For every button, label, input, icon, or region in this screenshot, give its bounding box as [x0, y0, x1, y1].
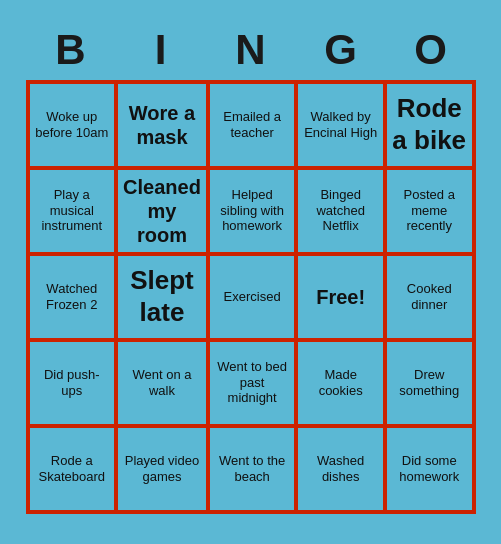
bingo-cell-19[interactable]: Drew something — [385, 340, 474, 426]
bingo-cell-23[interactable]: Washed dishes — [296, 426, 385, 512]
bingo-cell-3[interactable]: Walked by Encinal High — [296, 82, 385, 168]
bingo-cell-24[interactable]: Did some homework — [385, 426, 474, 512]
bingo-cell-2[interactable]: Emailed a teacher — [208, 82, 297, 168]
header-letter-i: I — [119, 26, 203, 74]
bingo-cell-14[interactable]: Cooked dinner — [385, 254, 474, 340]
bingo-grid: Woke up before 10amWore a maskEmailed a … — [26, 80, 476, 514]
bingo-header: BINGO — [26, 26, 476, 74]
bingo-cell-12[interactable]: Exercised — [208, 254, 297, 340]
bingo-cell-22[interactable]: Went to the beach — [208, 426, 297, 512]
bingo-cell-18[interactable]: Made cookies — [296, 340, 385, 426]
bingo-cell-7[interactable]: Helped sibling with homework — [208, 168, 297, 254]
bingo-cell-15[interactable]: Did push-ups — [28, 340, 117, 426]
header-letter-b: B — [29, 26, 113, 74]
bingo-cell-11[interactable]: Slept late — [116, 254, 208, 340]
header-letter-g: G — [299, 26, 383, 74]
bingo-cell-0[interactable]: Woke up before 10am — [28, 82, 117, 168]
bingo-cell-17[interactable]: Went to bed past midnight — [208, 340, 297, 426]
bingo-cell-6[interactable]: Cleaned my room — [116, 168, 208, 254]
bingo-cell-21[interactable]: Played video games — [116, 426, 208, 512]
bingo-cell-16[interactable]: Went on a walk — [116, 340, 208, 426]
header-letter-n: N — [209, 26, 293, 74]
bingo-cell-20[interactable]: Rode a Skateboard — [28, 426, 117, 512]
bingo-card: BINGO Woke up before 10amWore a maskEmai… — [11, 16, 491, 529]
bingo-cell-1[interactable]: Wore a mask — [116, 82, 208, 168]
bingo-cell-8[interactable]: Binged watched Netflix — [296, 168, 385, 254]
bingo-cell-10[interactable]: Watched Frozen 2 — [28, 254, 117, 340]
bingo-cell-5[interactable]: Play a musical instrument — [28, 168, 117, 254]
bingo-cell-13[interactable]: Free! — [296, 254, 385, 340]
header-letter-o: O — [389, 26, 473, 74]
bingo-cell-4[interactable]: Rode a bike — [385, 82, 474, 168]
bingo-cell-9[interactable]: Posted a meme recently — [385, 168, 474, 254]
